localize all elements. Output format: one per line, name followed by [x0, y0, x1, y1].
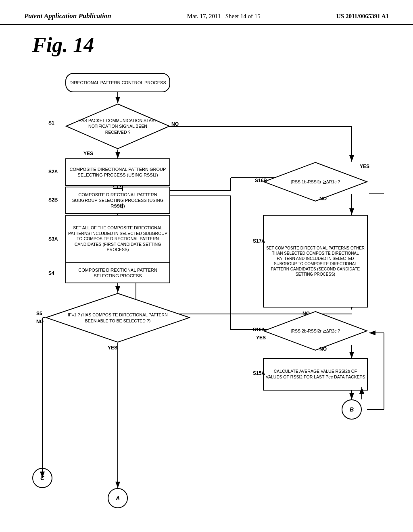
- connector-a: A: [108, 488, 128, 508]
- connector-c: C: [32, 468, 52, 488]
- s5-label: S5: [36, 311, 42, 316]
- figure-title: Fig. 14: [32, 33, 413, 57]
- s4-box: COMPOSITE DIRECTIONAL PATTERN SELECTING …: [65, 262, 170, 283]
- s16a-label: S16A: [253, 327, 265, 332]
- s16a-no-label: NO: [319, 346, 327, 352]
- start-box: DIRECTIONAL PATTERN CONTROL PROCESS: [65, 73, 170, 92]
- header-publication-type: Patent Application Publication: [24, 12, 111, 20]
- header-patent-number: US 2011/0065391 A1: [336, 13, 389, 20]
- s1-no-label: NO: [171, 121, 179, 127]
- flowchart-diagram: DIRECTIONAL PATTERN CONTROL PROCESS HAS …: [21, 69, 392, 512]
- s5-diamond: IF=1 ? (HAS COMPOSITE DIRECTIONAL PATTER…: [45, 293, 190, 343]
- s16b-diamond: |RSSI1b-RSSI1r|≧ΔR1c ?: [263, 162, 368, 202]
- connector-b: B: [342, 399, 362, 420]
- s1-yes-label: YES: [83, 151, 93, 156]
- s1-diamond: HAS PACKET COMMUNICATION START NOTIFICAT…: [65, 103, 170, 150]
- s4-label: S4: [48, 270, 54, 276]
- s16a-yes-label: YES: [256, 335, 266, 341]
- s1-label: S1: [48, 120, 54, 126]
- s2b-label: S2B: [48, 197, 58, 203]
- s16b-yes-label: YES: [360, 164, 369, 169]
- s2b-box: COMPOSITE DIRECTIONAL PATTERN SUBGROUP S…: [65, 187, 170, 214]
- s2a-label: S2A: [48, 169, 58, 175]
- s2a-box: COMPOSITE DIRECTIONAL PATTERN GROUP SELE…: [65, 158, 170, 186]
- s3a-box: SET ALL OF THE COMPOSITE DIRECTIONAL PAT…: [65, 215, 170, 263]
- s15a-box: CALCULATE AVERAGE VALUE RSSI2b OF VALUES…: [263, 358, 368, 391]
- s16a-diamond: |RSSI2b-RSSI2r|≧ΔR2c ?: [263, 311, 368, 351]
- header-date-sheet: Mar. 17, 2011 Sheet 14 of 15: [187, 13, 261, 20]
- s16b-no-label: NO: [319, 196, 327, 202]
- s3a-label: S3A: [48, 236, 58, 242]
- s15a-label: S15A: [253, 370, 265, 376]
- s17a-box: SET COMPOSITE DIRECTIONAL PATTERNS OTHER…: [263, 215, 368, 308]
- s16b-label: S16B: [255, 178, 267, 183]
- page-header: Patent Application Publication Mar. 17, …: [0, 0, 413, 25]
- s5-yes-label: YES: [108, 345, 117, 351]
- s17a-label: S17A: [253, 238, 265, 244]
- s5-no-label: NO: [36, 319, 44, 324]
